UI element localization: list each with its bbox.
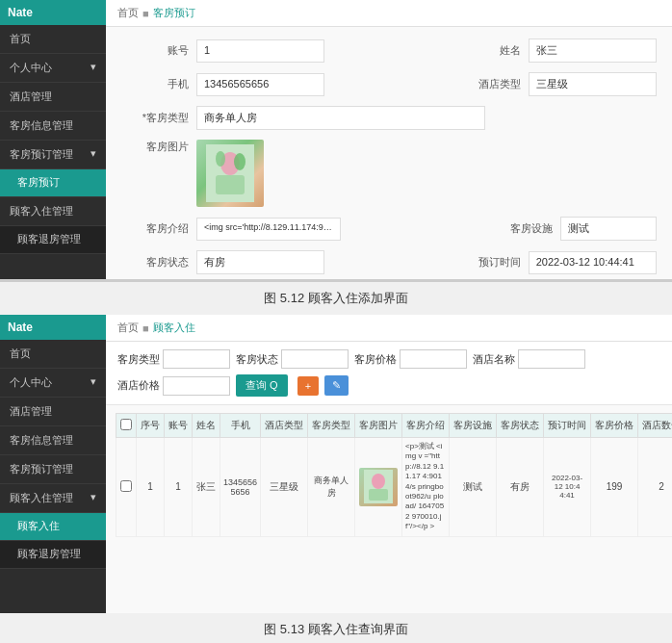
td-account: 1 [165, 438, 193, 537]
filter-group-hotel-price: 酒店价格 [117, 376, 230, 396]
value-facilities: 测试 [560, 217, 657, 241]
form-row-room-type: *客房类型 商务单人房 [121, 106, 657, 130]
filter-bar: 客房类型 客房状态 客房价格 酒店名称 [106, 342, 672, 405]
filter-group-status: 客房状态 [236, 349, 349, 369]
sidebar-logo-top: Nate [0, 0, 106, 25]
breadcrumb-home[interactable]: 首页 [117, 6, 139, 20]
edit-button[interactable]: ✎ [324, 375, 349, 396]
label-status: 客房状态 [121, 255, 189, 270]
filter-input-hotel-price[interactable] [163, 376, 230, 396]
value-booking-time: 2022-03-12 10:44:41 [529, 251, 657, 274]
td-checkbox[interactable] [116, 438, 137, 537]
sidebar-item-hotel-b[interactable]: 酒店管理 [0, 398, 106, 426]
label-room-type: *客房类型 [121, 111, 189, 125]
select-all-checkbox[interactable] [120, 419, 132, 430]
td-price: 199 [591, 438, 638, 537]
chevron-down-icon-checkin: ▾ [90, 491, 96, 503]
th-facilities: 客房设施 [450, 414, 497, 438]
label-booking-time: 预订时间 [453, 255, 521, 270]
sidebar-item-booking-mgmt[interactable]: 客房预订管理 ▾ [0, 141, 106, 169]
breadcrumb-current-b: 顾客入住 [153, 321, 195, 335]
sidebar-item-home[interactable]: 首页 [0, 25, 106, 54]
th-hotel-no: 酒店数号 [638, 414, 672, 438]
form-row-account: 账号 1 姓名 张三 [121, 39, 657, 63]
table-container: 序号 账号 姓名 手机 酒店类型 客房类型 客房图片 客房介绍 客房设施 客房状… [106, 405, 672, 613]
caption-2: 图 5.13 顾客入住查询界面 [0, 613, 672, 643]
form-row-room-img: 客房图片 [121, 140, 657, 207]
label-facilities: 客房设施 [485, 221, 553, 236]
sidebar-item-hotel[interactable]: 酒店管理 [0, 83, 106, 112]
breadcrumb-home-b[interactable]: 首页 [117, 321, 139, 335]
svg-rect-2 [216, 175, 245, 194]
sidebar-item-profile[interactable]: 个人中心 ▾ [0, 54, 106, 83]
breadcrumb-current: 客房预订 [153, 6, 195, 20]
filter-group-hotel: 酒店名称 [473, 349, 585, 369]
td-name: 张三 [193, 438, 220, 537]
label-name: 姓名 [453, 43, 521, 58]
sidebar-item-checkin[interactable]: 顾客入住管理 [0, 197, 106, 226]
label-account: 账号 [121, 43, 189, 58]
filter-label-status: 客房状态 [236, 352, 278, 367]
th-name: 姓名 [193, 414, 220, 438]
section-bottom: Nate 首页 个人中心 ▾ 酒店管理 客房信息管理 客房预订管理 顾客入住管理… [0, 315, 672, 613]
sidebar-item-checkin-b[interactable]: 顾客入住 [0, 513, 106, 541]
sidebar-logo-bottom: Nate [0, 315, 106, 340]
form-area: 账号 1 姓名 张三 手机 13456565656 酒店类型 三星级 [106, 27, 672, 279]
svg-point-3 [216, 151, 225, 167]
filter-input-room-type[interactable] [163, 349, 230, 369]
breadcrumb-bottom: 首页 ■ 顾客入住 [106, 315, 672, 342]
screenshot-container: Nate 首页 个人中心 ▾ 酒店管理 客房信息管理 客房预订管理 ▾ 客房预订… [0, 0, 672, 643]
filter-input-hotel[interactable] [518, 349, 585, 369]
breadcrumb-sep: ■ [142, 8, 149, 19]
th-status: 客房状态 [497, 414, 544, 438]
label-hotel-type: 酒店类型 [453, 77, 521, 91]
label-intro: 客房介绍 [121, 221, 189, 236]
sidebar-item-room-info[interactable]: 客房信息管理 [0, 112, 106, 141]
svg-point-4 [234, 153, 246, 170]
value-intro: <img src='http://8.129.11.174:9014/sprin… [196, 218, 341, 241]
th-hotel-type: 酒店类型 [261, 414, 308, 438]
table-row: 1 1 张三 13456565656 三星级 商务单人房 [116, 438, 673, 537]
td-room-img [355, 438, 402, 537]
filter-input-status[interactable] [281, 349, 349, 369]
form-row-intro: 客房介绍 <img src='http://8.129.11.174:9014/… [121, 217, 657, 241]
sidebar-item-label-checkin-mgmt: 顾客入住管理 [10, 492, 73, 503]
td-hotel-type: 三星级 [261, 438, 308, 537]
value-room-type: 商务单人房 [196, 106, 485, 130]
row-checkbox[interactable] [120, 480, 132, 492]
filter-label-price: 客房价格 [354, 352, 397, 367]
sidebar-item-checkout-b[interactable]: 顾客退房管理 [0, 541, 106, 569]
form-row-status: 客房状态 有房 预订时间 2022-03-12 10:44:41 [121, 250, 657, 274]
th-account: 账号 [165, 414, 193, 438]
room-image-preview [196, 140, 264, 207]
sidebar-item-home-b[interactable]: 首页 [0, 340, 106, 369]
sidebar-item-label: 个人中心 [10, 62, 52, 73]
filter-label-room-type: 客房类型 [117, 352, 160, 367]
main-content-bottom: 首页 ■ 顾客入住 客房类型 客房状态 客房价格 [106, 315, 672, 613]
label-room-img: 客房图片 [121, 140, 189, 154]
th-room-type: 客房类型 [308, 414, 355, 438]
sidebar-item-booking[interactable]: 客房预订 [0, 169, 106, 197]
top-layout: Nate 首页 个人中心 ▾ 酒店管理 客房信息管理 客房预订管理 ▾ 客房预订… [0, 0, 672, 279]
data-table: 序号 账号 姓名 手机 酒店类型 客房类型 客房图片 客房介绍 客房设施 客房状… [116, 413, 672, 537]
sidebar-item-room-info-b[interactable]: 客房信息管理 [0, 426, 106, 455]
filter-group-price: 客房价格 [354, 349, 467, 369]
value-phone: 13456565656 [196, 73, 324, 96]
sidebar-item-profile-b[interactable]: 个人中心 ▾ [0, 369, 106, 398]
filter-input-price[interactable] [400, 349, 467, 369]
query-button[interactable]: 查询 Q [236, 374, 288, 397]
svg-rect-7 [369, 489, 388, 501]
section-top: Nate 首页 个人中心 ▾ 酒店管理 客房信息管理 客房预订管理 ▾ 客房预订… [0, 0, 672, 282]
td-room-type: 商务单人房 [308, 438, 355, 537]
sidebar-item-booking-mgmt-b[interactable]: 客房预订管理 [0, 455, 106, 484]
th-intro: 客房介绍 [402, 414, 450, 438]
td-seq: 1 [137, 438, 165, 537]
th-booking-time: 预订时间 [544, 414, 591, 438]
label-phone: 手机 [121, 77, 189, 91]
svg-point-6 [372, 474, 385, 489]
sidebar-item-checkout[interactable]: 顾客退房管理 [0, 226, 106, 254]
value-name: 张三 [529, 39, 657, 63]
sidebar-item-checkin-mgmt-b[interactable]: 顾客入住管理 ▾ [0, 484, 106, 513]
add-button[interactable]: + [297, 376, 319, 396]
td-status: 有房 [497, 438, 544, 537]
